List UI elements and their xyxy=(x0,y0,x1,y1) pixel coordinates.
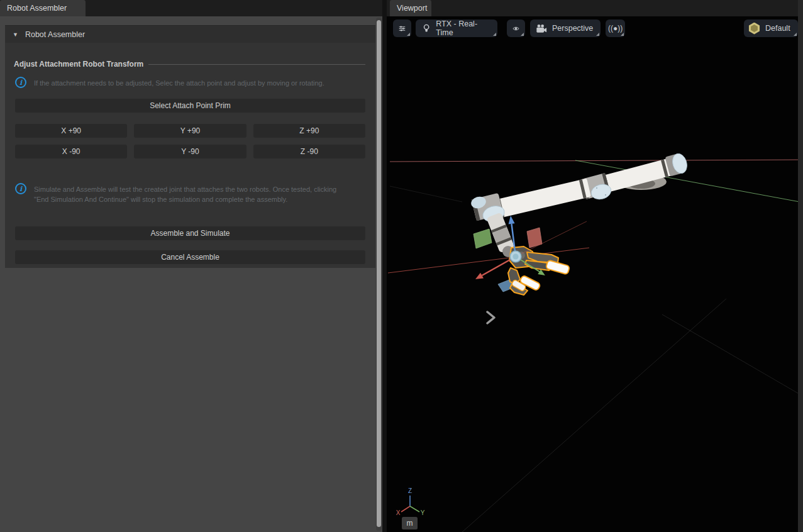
signal-icon: ((●)) xyxy=(608,24,623,33)
tab-viewport[interactable]: Viewport xyxy=(390,0,431,16)
transform-section-header: Adjust Attachment Robot Transform xyxy=(14,60,365,69)
camera-icon xyxy=(536,24,547,33)
lighting-label: Default xyxy=(765,24,790,33)
panel-scrollbar-track xyxy=(376,18,382,531)
app-window: Robot Assembler ▼ Robot Assembler Adjust… xyxy=(0,0,803,532)
viewport-panel: Viewport xyxy=(387,0,798,532)
render-settings-button[interactable] xyxy=(393,19,411,37)
grid-lines xyxy=(388,160,798,532)
tab-viewport-label: Viewport xyxy=(397,4,427,13)
simulate-info-line2: "End Simulation And Continue" will stop … xyxy=(34,194,336,204)
triad-y-axis xyxy=(410,506,419,512)
scene-canvas: Z X Y m xyxy=(387,16,798,532)
gizmo-yz-plane-handle[interactable] xyxy=(473,229,492,248)
transform-section-title: Adjust Attachment Robot Transform xyxy=(14,60,143,69)
renderer-dropdown[interactable]: RTX - Real-Time xyxy=(416,19,497,37)
rotate-y-minus-90-button[interactable]: Y -90 xyxy=(134,145,246,158)
assemble-and-simulate-button[interactable]: Assemble and Simulate xyxy=(15,226,365,240)
triad-x-label: X xyxy=(396,509,401,516)
tab-robot-assembler-label: Robot Assembler xyxy=(7,4,67,13)
capture-button[interactable]: ((●)) xyxy=(606,19,625,37)
axis-triad: Z X Y xyxy=(396,487,425,516)
robot-link-near xyxy=(494,179,591,219)
rotate-y-plus-90-button[interactable]: Y +90 xyxy=(134,124,246,138)
collapsible-header[interactable]: ▼ Robot Assembler xyxy=(5,26,375,43)
section-rule xyxy=(148,64,365,65)
units-label: m xyxy=(407,519,413,528)
simulate-info-row: i Simulate and Assemble will test the cr… xyxy=(15,183,365,204)
robot-assembler-panel: Robot Assembler ▼ Robot Assembler Adjust… xyxy=(0,0,382,532)
expand-chevron-icon[interactable] xyxy=(487,312,494,323)
camera-dropdown[interactable]: Perspective xyxy=(530,19,601,37)
tab-robot-assembler[interactable]: Robot Assembler xyxy=(0,0,86,16)
units-badge: m xyxy=(402,517,418,529)
visibility-button[interactable] xyxy=(507,19,525,37)
collapse-triangle-icon: ▼ xyxy=(13,31,18,38)
viewport-3d-area[interactable]: Z X Y m xyxy=(387,16,798,532)
rotate-z-minus-90-button[interactable]: Z -90 xyxy=(253,145,365,158)
world-x-axis-line xyxy=(390,160,798,162)
gizmo-x-axis-extension xyxy=(516,221,587,257)
eye-icon xyxy=(512,25,519,33)
gizmo-z-arrowhead[interactable] xyxy=(509,216,515,224)
screw-dot xyxy=(596,187,597,189)
adjust-info-row: i If the attachment needs to be adjusted… xyxy=(15,77,365,88)
cancel-assemble-button[interactable]: Cancel Assemble xyxy=(15,250,365,264)
lighting-dropdown[interactable]: Default xyxy=(744,19,798,37)
info-icon: i xyxy=(15,183,26,194)
simulate-info-line1: Simulate and Assemble will test the crea… xyxy=(34,184,336,194)
gizmo-center-dot xyxy=(513,254,519,260)
select-attach-point-button[interactable]: Select Attach Point Prim xyxy=(15,99,365,113)
info-icon: i xyxy=(15,77,26,88)
window-right-scrollbar[interactable] xyxy=(798,0,803,532)
screw-dot xyxy=(605,194,606,196)
triad-x-axis xyxy=(401,506,410,512)
adjust-info-text: If the attachment needs to be adjusted, … xyxy=(34,77,324,88)
panel-divider xyxy=(382,0,387,532)
robot-assembler-frame: ▼ Robot Assembler Adjust Attachment Robo… xyxy=(5,25,375,268)
collapsible-header-label: Robot Assembler xyxy=(25,30,85,39)
triad-z-label: Z xyxy=(408,487,412,494)
camera-label: Perspective xyxy=(552,24,593,33)
grid-gray-line-1 xyxy=(462,299,726,532)
sliders-icon xyxy=(399,23,406,34)
grid-gray-line-2 xyxy=(662,314,798,396)
grid-gray-line-3 xyxy=(390,186,462,202)
rotate-button-grid: X +90 Y +90 Z +90 X -90 Y -90 Z -90 xyxy=(15,124,365,158)
rotate-z-plus-90-button[interactable]: Z +90 xyxy=(253,124,365,138)
renderer-label: RTX - Real-Time xyxy=(436,19,492,37)
robot-arm[interactable] xyxy=(470,152,689,257)
rotate-x-minus-90-button[interactable]: X -90 xyxy=(15,145,127,158)
lightbulb-icon xyxy=(422,23,431,33)
lighting-hexagon-icon xyxy=(748,23,760,35)
simulate-info-text: Simulate and Assemble will test the crea… xyxy=(34,183,336,204)
triad-y-label: Y xyxy=(421,509,425,516)
panel-scrollbar[interactable] xyxy=(377,20,381,527)
rotate-x-plus-90-button[interactable]: X +90 xyxy=(15,124,127,138)
viewport-tab-bar xyxy=(387,0,798,16)
gripper-right-fingertip-pad xyxy=(546,260,570,274)
